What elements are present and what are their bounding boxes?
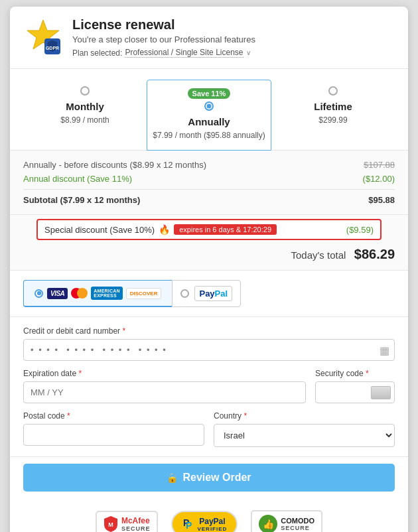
- plan-tab-lifetime[interactable]: Lifetime $299.99: [271, 80, 395, 150]
- monthly-tab-price: $8.99 / month: [60, 115, 109, 125]
- plan-selected-label: Plan selected:: [72, 48, 122, 58]
- paypal-verified-badge: P P PayPal VERIFIED: [171, 511, 238, 532]
- plan-tab-annually[interactable]: Save 11% Annually $7.99 / month ($95.88 …: [147, 80, 271, 151]
- subtotal-row: Subtotal ($7.99 x 12 months) $95.88: [23, 195, 395, 205]
- postal-label: Postal code *: [23, 411, 204, 421]
- plan-tabs: Monthly $8.99 / month Save 11% Annually …: [10, 69, 408, 151]
- comodo-text: COMODO SECURE: [281, 517, 314, 531]
- fire-icon: 🔥: [159, 224, 170, 235]
- mcafee-sub: SECURE: [121, 525, 151, 532]
- card-type-icon: ▦: [380, 344, 389, 356]
- expires-badge: expires in 6 days & 17:20:29: [174, 224, 277, 235]
- card-number-input[interactable]: [23, 339, 395, 361]
- mcafee-badge: M McAfee SECURE: [96, 511, 159, 532]
- mcafee-text: McAfee SECURE: [121, 516, 151, 532]
- svg-text:P: P: [186, 520, 192, 530]
- review-section: 🔒 Review Order: [10, 457, 408, 501]
- security-input-wrapper: [315, 381, 395, 403]
- subtotal-amount: $95.88: [368, 195, 395, 205]
- annually-tab-price: $7.99 / month ($95.88 annually): [153, 131, 265, 140]
- paypal-pp-icon: P P: [182, 515, 194, 532]
- visa-logo: VISA: [47, 288, 68, 299]
- chevron-down-icon: ∨: [246, 49, 251, 56]
- special-discount-label: Special discount (Save 10%): [44, 225, 155, 235]
- plan-tab-monthly[interactable]: Monthly $8.99 / month: [23, 80, 147, 150]
- card-input-wrapper: ▦: [23, 339, 395, 361]
- header: GDPR License renewal You're a step close…: [10, 7, 408, 69]
- header-text: License renewal You're a step closer to …: [72, 17, 255, 58]
- postal-input[interactable]: [23, 424, 204, 446]
- plan-selected: Plan selected: Professional / Single Sit…: [72, 48, 255, 58]
- payment-tab-credit-card[interactable]: VISA AMERICANEXPRESS DISCOVER: [23, 280, 172, 307]
- subtotal-label: Subtotal ($7.99 x 12 months): [23, 195, 140, 205]
- total-section: Today's total $86.29: [10, 240, 408, 271]
- special-discount-box: Special discount (Save 10%) 🔥 expires in…: [36, 219, 382, 240]
- country-label: Country *: [214, 411, 395, 421]
- comodo-icon: 👍: [259, 515, 277, 532]
- cc-radio: [35, 289, 43, 298]
- paypal-verified-top: PayPal: [199, 517, 225, 526]
- cc-tab-inner: VISA AMERICANEXPRESS DISCOVER: [35, 287, 161, 300]
- annually-tab-name: Annually: [153, 116, 265, 127]
- discover-logo: DISCOVER: [126, 288, 162, 299]
- payment-tab-paypal[interactable]: PayPal: [172, 280, 241, 307]
- svg-text:M: M: [108, 521, 113, 528]
- special-discount-amount: ($9.59): [346, 225, 374, 235]
- form-section: Credit or debit card number * ▦ Expirati…: [10, 317, 408, 457]
- country-select[interactable]: Israel United States United Kingdom Germ…: [214, 424, 395, 447]
- lock-icon: 🔒: [167, 472, 178, 483]
- card-number-row: Credit or debit card number * ▦: [23, 326, 395, 361]
- postal-group: Postal code *: [23, 411, 204, 447]
- page-title: License renewal: [72, 17, 255, 33]
- annual-discount-row: Annual discount (Save 11%) ($12.00): [23, 174, 395, 184]
- paypal-verified-bot: VERIFIED: [197, 526, 227, 532]
- product-icon: GDPR: [23, 17, 63, 57]
- review-order-button[interactable]: 🔒 Review Order: [23, 464, 395, 492]
- country-group: Country * Israel United States United Ki…: [214, 411, 395, 447]
- monthly-tab-name: Monthly: [29, 101, 141, 112]
- total-label: Today's total: [291, 249, 346, 261]
- cc-logos: VISA AMERICANEXPRESS DISCOVER: [47, 287, 161, 300]
- trust-badges: M McAfee SECURE P P PayPal VERIFIED: [10, 501, 408, 532]
- payment-tabs: VISA AMERICANEXPRESS DISCOVER PayPal: [23, 280, 395, 307]
- card-number-group: Credit or debit card number * ▦: [23, 326, 395, 361]
- plan-selected-value[interactable]: Professional / Single Site License: [125, 48, 243, 58]
- expiry-label: Expiration date *: [23, 369, 306, 378]
- card-number-label: Credit or debit card number *: [23, 326, 395, 336]
- pricing-section: Annually - before discounts ($8.99 x 12 …: [10, 151, 408, 215]
- annual-discount-label: Annual discount (Save 11%): [23, 174, 132, 184]
- lifetime-radio: [328, 86, 338, 96]
- amex-logo: AMERICANEXPRESS: [91, 287, 122, 300]
- expiry-group: Expiration date *: [23, 369, 306, 403]
- expiry-security-row: Expiration date * Security code *: [23, 369, 395, 403]
- before-discount-amount: $107.88: [364, 160, 395, 170]
- comodo-badge: 👍 COMODO SECURE: [251, 510, 322, 532]
- paypal-verified-text: PayPal VERIFIED: [197, 517, 227, 532]
- review-button-label: Review Order: [182, 472, 251, 484]
- total-amount: $86.29: [354, 247, 395, 261]
- comodo-name: COMODO: [281, 517, 314, 525]
- lifetime-tab-price: $299.99: [318, 115, 347, 125]
- svg-text:GDPR: GDPR: [46, 46, 59, 50]
- security-group: Security code *: [315, 369, 395, 403]
- annually-badge: Save 11%: [188, 88, 231, 99]
- mcafee-name: McAfee: [121, 516, 151, 525]
- postal-country-row: Postal code * Country * Israel United St…: [23, 411, 395, 447]
- security-label: Security code *: [315, 369, 395, 378]
- before-discount-label: Annually - before discounts ($8.99 x 12 …: [23, 160, 206, 170]
- paypal-logo: PayPal: [194, 286, 232, 301]
- security-card-icon: [371, 386, 391, 399]
- card-required: *: [122, 326, 125, 336]
- expiry-input[interactable]: [23, 381, 306, 403]
- monthly-radio: [80, 86, 90, 96]
- paypal-radio: [180, 289, 189, 298]
- mcafee-shield-icon: M: [104, 515, 118, 532]
- license-renewal-card: GDPR License renewal You're a step close…: [10, 7, 408, 532]
- special-discount-wrapper: Special discount (Save 10%) 🔥 expires in…: [10, 215, 408, 240]
- before-discount-row: Annually - before discounts ($8.99 x 12 …: [23, 160, 395, 170]
- annual-discount-amount: ($12.00): [363, 174, 395, 184]
- header-subtitle: You're a step closer to our Professional…: [72, 34, 255, 44]
- discount-left: Special discount (Save 10%) 🔥 expires in…: [44, 224, 277, 235]
- comodo-sub: SECURE: [281, 525, 314, 531]
- payment-section: VISA AMERICANEXPRESS DISCOVER PayPal: [10, 271, 408, 317]
